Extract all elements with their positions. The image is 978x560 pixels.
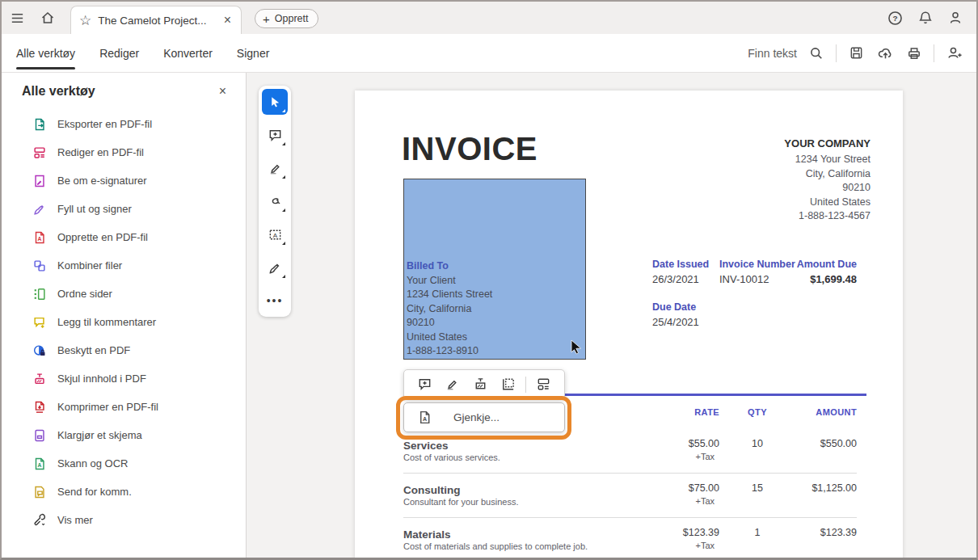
sidebar-item-show-more[interactable]: Vis mer [2,506,246,534]
all-tools-panel: Alle verktøy × Eksporter en PDF-fil Redi… [2,73,247,559]
search-icon[interactable] [802,39,831,68]
add-text-tool[interactable]: A [262,221,288,247]
notifications-bell-icon[interactable] [910,2,940,34]
sidebar-item-protect-pdf[interactable]: Beskytt en PDF [2,336,246,364]
select-tool[interactable] [262,89,288,115]
help-icon[interactable]: ? [880,2,910,34]
add-person-icon[interactable] [939,39,968,68]
fill-sign-icon [32,202,47,217]
protect-pdf-icon [32,343,47,358]
create-button[interactable]: + Opprett [255,9,318,28]
table-row: Consulting Consultant for your business.… [403,482,857,497]
company-block: YOUR COMPANY 1234 Your Street City, Cali… [784,137,871,224]
close-tab-icon[interactable]: × [222,13,233,27]
row-divider [403,473,857,474]
sidebar-item-export-pdf[interactable]: Eksporter en PDF-fil [2,110,246,138]
prepare-form-icon [32,428,47,443]
more-tools[interactable]: ••• [262,288,288,314]
svg-text:A: A [272,231,277,238]
tools-menu-bar: Alle verktøy Rediger Konverter Signer Fi… [2,34,976,73]
billed-to-block: Billed To Your Client 1234 Clients Stree… [407,259,492,359]
favorite-star-icon[interactable]: ☆ [79,14,91,27]
svg-text:A: A [38,462,42,468]
sidebar-item-create-pdf[interactable]: A Opprette en PDF-fil [2,223,246,251]
date-issued-field: Date Issued 26/3/2021 [652,259,709,285]
tab-signer[interactable]: Signer [237,34,269,72]
sidebar-item-redact-pdf[interactable]: Skjul innhold i PDF [2,364,246,393]
close-panel-icon[interactable]: × [219,84,226,99]
invoice-number-field: Invoice Number INV-10012 [719,259,795,285]
sign-tool[interactable] [262,255,288,280]
edit-pdf-icon[interactable] [533,374,554,395]
svg-text:?: ? [892,14,897,23]
tab-konverter[interactable]: Konverter [163,34,213,72]
table-row: Materials Cost of materials and supplies… [403,527,857,541]
all-tools-panel-title: Alle verktøy [22,84,95,99]
add-comment-icon[interactable] [414,374,435,395]
tab-rediger[interactable]: Rediger [99,34,139,72]
sidebar-item-edit-pdf[interactable]: Rediger en PDF-fil [2,138,246,166]
invoice-title: INVOICE [402,131,537,167]
draw-tool[interactable] [262,188,288,214]
company-name: YOUR COMPANY [784,137,871,149]
billed-to-label: Billed To [407,259,492,274]
cloud-upload-icon[interactable] [871,39,900,68]
tab-alle-verktoy[interactable]: Alle verktøy [16,34,75,72]
plus-icon: + [263,12,270,26]
divider [934,44,934,62]
save-icon[interactable] [841,39,871,68]
divider [836,44,837,62]
scan-ocr-icon: A [32,457,47,471]
crop-icon[interactable] [498,374,519,395]
pdf-page: INVOICE YOUR COMPANY 1234 Your Street Ci… [355,91,903,559]
sidebar-item-compress-pdf[interactable]: Komprimer en PDF-fil [2,393,246,421]
qty-header: QTY [735,407,780,417]
rate-header: RATE [694,407,719,417]
table-row: Services Cost of various services. $55.0… [403,438,857,453]
ocr-document-icon: A [417,410,432,425]
highlight-icon[interactable] [442,374,463,395]
area-selection[interactable]: Billed To Your Client 1234 Clients Stree… [403,179,586,360]
due-date-field: Due Date 25/4/2021 [652,301,699,328]
sidebar-item-scan-ocr[interactable]: A Skann og OCR [2,449,246,478]
edit-pdf-icon [32,145,47,160]
selection-context-toolbar [403,369,565,399]
add-comments-icon [32,315,47,330]
export-pdf-icon [32,117,47,132]
amount-due-field: Amount Due $1,699.48 [797,259,857,285]
redact-pdf-icon [32,372,47,386]
sidebar-item-add-comments[interactable]: Legg til kommentarer [2,308,246,336]
acrobat-window: ☆ The Camelot Project... × + Opprett ? A… [0,0,978,560]
sidebar-item-send-comments[interactable]: Send for komm. [2,478,246,506]
organize-pages-icon [32,287,47,301]
sidebar-item-prepare-form[interactable]: Klargjør et skjema [2,421,246,449]
send-comments-icon [32,485,47,499]
sidebar-item-request-esign[interactable]: Be om e-signaturer [2,166,246,195]
request-esign-icon [32,174,47,188]
show-more-icon [32,513,47,528]
row-divider [403,517,857,518]
account-person-icon[interactable] [940,2,970,34]
create-pdf-icon: A [32,230,47,245]
redact-icon[interactable] [470,374,491,395]
hamburger-menu-icon[interactable] [2,2,32,34]
amount-header: AMOUNT [816,407,857,417]
recognize-text-menu-item[interactable]: A Gjenkje... [403,402,565,432]
svg-text:A: A [38,236,42,242]
quick-tools-bar: A ••• [259,86,291,317]
document-canvas: A ••• INVOICE YOUR COMPANY 1234 Your Str… [247,73,976,559]
home-icon[interactable] [32,2,63,34]
highlight-tool[interactable] [262,155,288,181]
sidebar-item-combine-files[interactable]: Kombiner filer [2,251,246,280]
sidebar-item-organize-pages[interactable]: Ordne sider [2,280,246,308]
find-text-label[interactable]: Finn tekst [748,47,797,60]
document-tab-title: The Camelot Project... [98,15,215,27]
print-icon[interactable] [900,39,929,68]
document-tab[interactable]: ☆ The Camelot Project... × [70,6,242,34]
sidebar-item-fill-sign[interactable]: Fyll ut og signer [2,195,246,223]
add-comment-tool[interactable] [262,122,288,148]
svg-text:A: A [423,416,427,423]
compress-pdf-icon [32,400,47,415]
combine-files-icon [32,259,47,273]
recognize-text-label: Gjenkje... [453,411,500,423]
